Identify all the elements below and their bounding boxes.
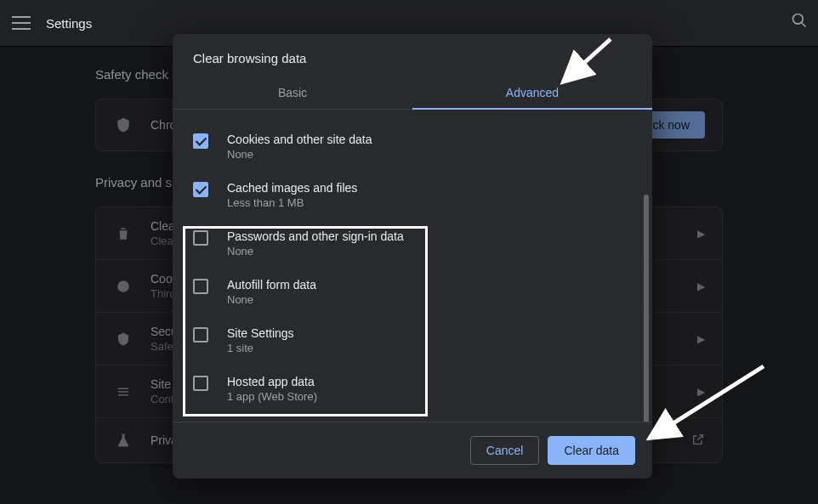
svg-line-1 (802, 23, 806, 27)
option-label: Cached images and files (227, 181, 357, 195)
checkbox[interactable] (193, 230, 208, 246)
checkbox[interactable] (193, 279, 208, 294)
tab-advanced[interactable]: Advanced (412, 76, 652, 109)
cancel-button[interactable]: Cancel (470, 436, 540, 465)
option-desc: None (227, 148, 372, 161)
option-desc: 1 app (Web Store) (227, 390, 317, 403)
svg-point-0 (793, 14, 804, 25)
tab-basic[interactable]: Basic (173, 76, 412, 109)
option-download-history[interactable]: Download history None (193, 110, 632, 122)
option-label: Hosted app data (227, 375, 317, 388)
dialog-footer: Cancel Clear data (173, 422, 652, 479)
option-site-settings[interactable]: Site Settings 1 site (193, 316, 632, 365)
options-list: Download history None Cookies and other … (173, 110, 652, 422)
option-cookies[interactable]: Cookies and other site data None (193, 122, 632, 171)
option-desc: None (227, 110, 318, 112)
option-hosted-app[interactable]: Hosted app data 1 app (Web Store) (193, 365, 632, 413)
dialog-body: Download history None Cookies and other … (173, 110, 652, 422)
option-desc: None (227, 245, 404, 258)
option-desc: 1 site (227, 342, 294, 354)
option-passwords[interactable]: Passwords and other sign-in data None (193, 219, 632, 268)
menu-icon[interactable] (12, 16, 31, 30)
scrollbar[interactable] (644, 195, 649, 422)
checkbox[interactable] (193, 182, 208, 197)
clear-browsing-dialog: Clear browsing data Basic Advanced Downl… (173, 34, 652, 479)
option-desc: None (227, 293, 316, 306)
option-autofill[interactable]: Autofill form data None (193, 268, 632, 316)
option-desc: Less than 1 MB (227, 196, 357, 209)
option-label: Cookies and other site data (227, 133, 372, 146)
option-label: Passwords and other sign-in data (227, 229, 404, 243)
search-icon[interactable] (791, 12, 808, 29)
checkbox[interactable] (193, 376, 208, 391)
checkbox[interactable] (193, 133, 208, 149)
page-title: Settings (46, 16, 92, 31)
option-label: Autofill form data (227, 278, 316, 292)
clear-data-button[interactable]: Clear data (548, 436, 635, 465)
checkbox[interactable] (193, 327, 208, 343)
dialog-tabs: Basic Advanced (173, 76, 652, 110)
option-cached[interactable]: Cached images and files Less than 1 MB (193, 171, 632, 219)
dialog-title: Clear browsing data (173, 34, 652, 76)
option-label: Site Settings (227, 326, 294, 340)
